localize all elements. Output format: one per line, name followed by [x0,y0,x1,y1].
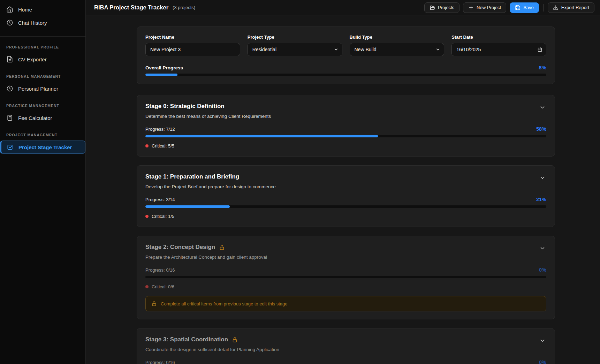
sidebar-item-label: Personal Planner [18,86,58,92]
project-form-panel: Project Name Project Type Residential [137,26,555,84]
sidebar-item-home[interactable]: Home [0,3,85,16]
stage-description: Develop the Project Brief and prepare fo… [145,184,546,189]
start-date-field-group: Start Date [451,35,546,56]
critical-dot-icon [145,144,149,147]
stage-percent: 0% [539,267,546,273]
stage-progress-bar-fill [145,135,378,137]
home-icon [6,6,13,13]
sidebar-item-fee-calculator[interactable]: Fee Calculator [0,111,85,124]
lock-icon [219,244,225,250]
overall-progress-bar-fill [145,74,177,76]
stage-progress-label: Progress: 7/12 [145,127,175,132]
export-report-button[interactable]: Export Report [548,2,594,13]
sidebar: Home Chat History PROFESSIONAL PROFILE C… [0,0,86,364]
sidebar-item-chat-history[interactable]: Chat History [0,16,85,29]
sidebar-item-cv-exporter[interactable]: CV Exporter [0,53,85,66]
stage-title: Stage 2: Concept Design [145,244,225,251]
project-name-label: Project Name [145,35,240,40]
project-name-input[interactable] [145,43,240,56]
stage-progress-label: Progress: 3/14 [145,197,175,202]
stage-critical-label: Critical: 0/6 [152,284,174,289]
lock-icon [232,337,238,343]
stage-progress-bar [145,135,546,137]
overall-progress-percent: 8% [539,65,546,70]
stage-collapse-chevron[interactable] [539,244,546,252]
sidebar-item-project-stage-tracker[interactable]: Project Stage Tracker [0,141,85,154]
stage-progress-bar-fill [145,205,230,208]
locked-warning-banner: Complete all critical items from previou… [145,296,546,311]
plus-icon [468,5,474,10]
build-type-field-group: Build Type New Build [350,35,445,56]
new-project-button[interactable]: New Project [463,2,506,13]
start-date-input[interactable] [451,43,546,56]
lock-icon [151,301,157,306]
stage-percent: 0% [539,359,546,364]
sidebar-divider [0,36,85,37]
project-type-select[interactable]: Residential [248,43,342,56]
header: RIBA Project Stage Tracker (3 projects) … [86,0,600,15]
critical-dot-icon [145,215,149,218]
folder-icon [430,5,435,10]
main-area: RIBA Project Stage Tracker (3 projects) … [86,0,600,364]
stage-progress-label: Progress: 0/16 [145,267,175,273]
stage-progress-bar [145,276,546,278]
critical-dot-icon [145,285,149,288]
stage-critical-label: Critical: 5/5 [152,143,174,149]
stage-card-0: Stage 0: Strategic Definition Determine … [137,95,555,157]
new-project-button-label: New Project [477,5,501,10]
projects-button-label: Projects [438,5,454,10]
start-date-label: Start Date [451,35,546,40]
stage-progress-label: Progress: 0/16 [145,360,175,364]
export-report-button-label: Export Report [561,5,589,10]
download-icon [553,5,559,10]
save-button[interactable]: Save [510,2,539,13]
stage-collapse-chevron[interactable] [539,174,546,182]
build-type-label: Build Type [350,35,445,40]
toolbar-separator [543,4,544,12]
stage-percent: 58% [536,126,546,132]
project-type-field-group: Project Type Residential [248,35,342,56]
build-type-select[interactable]: New Build [350,43,445,56]
header-actions: Projects New Project Save Export Report [424,2,594,13]
save-icon [515,5,521,10]
sidebar-section-professional-profile: PROFESSIONAL PROFILE [0,45,85,49]
project-type-label: Project Type [248,35,342,40]
project-count-badge: (3 projects) [173,5,195,10]
stage-card-2: Stage 2: Concept Design Prepare the Arch… [137,236,555,319]
stage-percent: 21% [536,197,546,202]
stage-card-3: Stage 3: Spatial Coordination Coordinate… [137,328,555,364]
stage-collapse-chevron[interactable] [539,104,546,111]
stage-progress-bar [145,205,546,208]
sidebar-section-personal-management: PERSONAL MANAGEMENT [0,74,85,78]
sidebar-item-label: Home [18,7,32,13]
stage-title: Stage 3: Spatial Coordination [145,336,238,343]
stage-title: Stage 1: Preparation and Briefing [145,173,239,180]
page-title: RIBA Project Stage Tracker [94,4,168,11]
clock-icon [6,19,13,26]
sidebar-item-label: CV Exporter [18,56,47,62]
stage-title: Stage 0: Strategic Definition [145,103,225,110]
clock-icon [6,85,13,92]
stage-critical-label: Critical: 1/5 [152,214,174,219]
sidebar-item-personal-planner[interactable]: Personal Planner [0,82,85,95]
project-name-field-group: Project Name [145,35,240,56]
sidebar-section-project-management: PROJECT MANAGEMENT [0,133,85,137]
checkbox-check-icon [7,144,14,151]
overall-progress-bar [145,74,546,76]
stage-description: Determine the best means of achieving Cl… [145,114,546,119]
calculator-icon [6,114,13,121]
content-scroll-area[interactable]: Project Name Project Type Residential [86,15,600,364]
overall-progress-label: Overall Progress [145,65,183,70]
stage-description: Coordinate the design in sufficient deta… [145,347,546,352]
sidebar-item-label: Chat History [18,20,47,26]
projects-button[interactable]: Projects [424,2,460,13]
save-button-label: Save [523,5,534,10]
sidebar-item-label: Project Stage Tracker [18,144,72,150]
stage-description: Prepare the Architectural Concept and ga… [145,255,546,260]
locked-warning-text: Complete all critical items from previou… [161,301,287,306]
sidebar-item-label: Fee Calculator [18,115,52,121]
document-icon [6,56,13,63]
sidebar-section-practice-management: PRACTICE MANAGEMENT [0,104,85,108]
stage-card-1: Stage 1: Preparation and Briefing Develo… [137,165,555,227]
stage-collapse-chevron[interactable] [539,337,546,344]
